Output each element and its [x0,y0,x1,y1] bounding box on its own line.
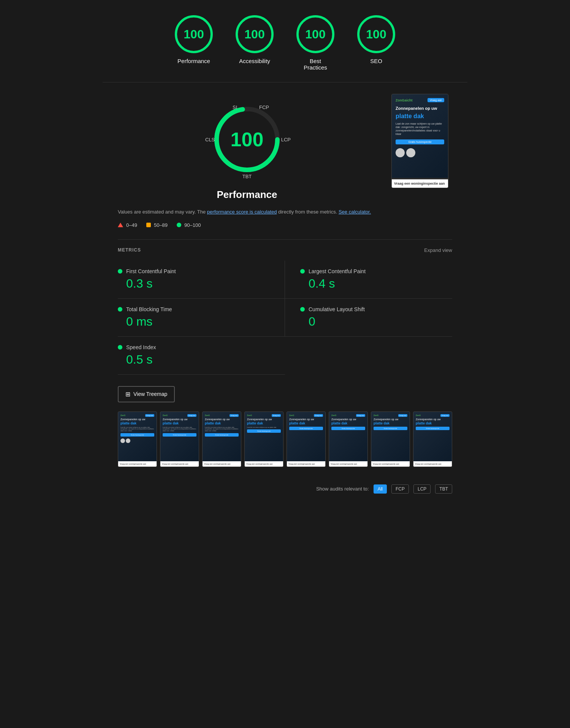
metric-fcp-dot [118,269,122,274]
ss3-subtext: Laat de zon maar schijnen op uw platte d… [205,427,239,432]
ss4-subtext: Laat de zon maar schijnen op uw platte d… [247,427,281,429]
see-calculator-link[interactable]: See calculator. [339,209,371,215]
ss8-footer: Vraag een woninginspectie aan [413,461,452,467]
ss3-cta: Gratis huisinspectie [205,433,239,437]
ss7-cta: Gratis huisinspectie [374,427,407,430]
treemap-section: ⊞ View Treemap ZonG Vraag aan Zonnepanel… [118,386,452,500]
thumb-title: Zonnepanelen op uw [396,106,444,111]
ss3-headline: platte dak [205,422,239,426]
ss6-logo: ZonG [331,414,336,416]
ss4-logo: ZonG [247,414,252,416]
ss4-title: Zonnepanelen op uw [247,418,281,421]
metric-si-value: 0.5 s [118,353,285,367]
audits-footer: Show audits relevant to: All FCP LCP TBT [118,478,452,500]
ss2-title: Zonnepanelen op uw [163,418,196,421]
score-best-practices: 100 BestPractices [296,15,334,71]
ss7-footer: Vraag een woninginspectie aan [371,461,410,467]
ss3-header: ZonG Vraag aan [205,414,239,417]
metric-si: Speed Index 0.5 s [118,337,285,375]
expand-view-btn[interactable]: Expand view [424,247,452,253]
view-treemap-button[interactable]: ⊞ View Treemap [118,386,175,402]
seo-value: 100 [366,27,386,41]
ss5-title: Zonnepanelen op uw [289,418,323,421]
treemap-button-label: View Treemap [133,391,167,397]
metric-tbt-dot [118,307,122,312]
metric-tbt-value: 0 ms [118,315,269,329]
screenshot-2: ZonG Vraag aan Zonnepanelen op uw platte… [160,411,199,467]
metric-cls-value: 0 [300,315,452,329]
thumb-headline: platte dak [396,113,444,120]
filter-lcp-button[interactable]: LCP [413,484,431,494]
ss7-title: Zonnepanelen op uw [374,418,407,421]
screenshot-1-inner: ZonG Vraag aan Zonnepanelen op uw platte… [118,412,157,461]
thumb-footer: Vraag een woninginspectie aan [392,179,448,188]
ss1-cta: Gratis huisinspectie [120,433,154,437]
ss5-cta: Gratis huisinspectie [289,427,323,430]
metric-cls-dot [300,307,305,312]
scores-section: 100 Performance 100 Accessibility 100 Be… [103,0,467,82]
gauge-labels: SI FCP CLS LCP TBT [209,101,285,177]
ss7-headline: platte dak [374,422,407,426]
ss7-logo: ZonG [374,414,378,416]
accessibility-value: 100 [244,27,264,41]
accessibility-circle: 100 [236,15,274,53]
thumb-vraag-btn: Vraag aan [428,98,444,102]
ss1-badge1 [120,438,125,443]
metric-lcp-header: Largest Contentful Paint [300,268,452,274]
perf-score-link[interactable]: performance score is calculated [207,209,277,215]
metric-lcp-name: Largest Contentful Paint [309,268,366,274]
filter-fcp-button[interactable]: FCP [391,484,409,494]
ss2-cta: Gratis huisinspectie [163,433,196,437]
ss1-subtext: Laat de zon maar schijnen op uw platte d… [120,427,154,432]
gauge-wrapper: 100 SI FCP CLS LCP TBT [209,101,285,177]
screenshot-4: ZonG Vraag aan Zonnepanelen op uw platte… [244,411,283,467]
metric-cls-header: Cumulative Layout Shift [300,306,452,312]
metrics-grid: First Contentful Paint 0.3 s Largest Con… [118,261,452,375]
accessibility-label: Accessibility [239,58,270,64]
gauge-title: Performance [217,189,277,201]
ss3-btn: Vraag aan [230,414,239,417]
ss3-footer: Vraag een woninginspectie aan [203,461,241,467]
screenshot-4-inner: ZonG Vraag aan Zonnepanelen op uw platte… [245,412,283,461]
ss3-logo: ZonG [205,414,210,416]
score-seo: 100 SEO [357,15,395,71]
ss1-logo: ZonG [120,414,125,416]
metric-fcp-value: 0.3 s [118,277,269,291]
metric-fcp: First Contentful Paint 0.3 s [118,261,285,299]
gauge-fcp-label: FCP [259,104,269,110]
ss1-badge2 [126,438,130,443]
screenshot-8: ZonG Vraag aan Zonnepanelen op uw platte… [413,411,452,467]
legend-square-icon [146,223,151,227]
ss6-header: ZonG Vraag aan [331,414,365,417]
ss2-footer: Vraag een woninginspectie aan [160,461,199,467]
ss4-headline: platte dak [247,422,281,426]
section-divider [118,239,452,240]
ss4-btn: Vraag aan [272,414,281,417]
screenshot-8-inner: ZonG Vraag aan Zonnepanelen op uw platte… [413,412,452,461]
legend-green: 90–100 [177,222,201,228]
screenshot-6: ZonG Vraag aan Zonnepanelen op uw platte… [329,411,368,467]
screenshot-5-inner: ZonG Vraag aan Zonnepanelen op uw platte… [287,412,325,461]
metric-si-dot [118,345,122,350]
screenshots-strip: ZonG Vraag aan Zonnepanelen op uw platte… [118,411,452,467]
ss2-subtext: Laat de zon maar schijnen op uw platte d… [163,427,196,432]
performance-value: 100 [184,27,204,41]
ss1-header: ZonG Vraag aan [120,414,154,417]
ss4-footer: Vraag een woninginspectie aan [245,461,283,467]
screenshot-1: ZonG Vraag aan Zonnepanelen op uw platte… [118,411,157,467]
metric-lcp-dot [300,269,305,274]
best-practices-label: BestPractices [304,58,327,71]
desc-text-middle: directly from these metrics. [278,209,339,215]
performance-left: 100 SI FCP CLS LCP TBT Performance Value… [118,94,376,228]
ss8-title: Zonnepanelen op uw [416,418,450,421]
ss1-headline: platte dak [120,422,154,426]
ss2-header: ZonG Vraag aan [163,414,196,417]
ss8-header: ZonG Vraag aan [416,414,450,417]
filter-all-button[interactable]: All [374,484,387,494]
metric-si-name: Speed Index [126,344,156,350]
metric-fcp-header: First Contentful Paint [118,268,269,274]
thumb-badge-1 [396,148,405,157]
score-accessibility: 100 Accessibility [236,15,274,71]
ss2-headline: platte dak [163,422,196,426]
filter-tbt-button[interactable]: TBT [435,484,452,494]
